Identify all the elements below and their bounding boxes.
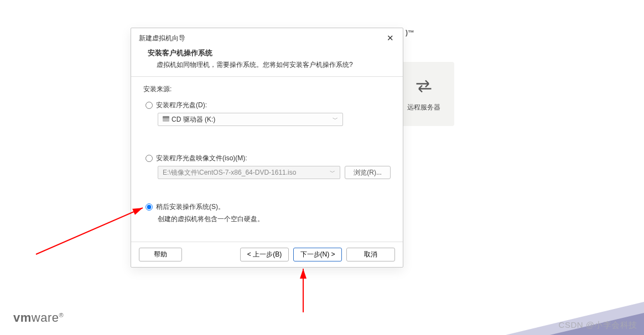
cancel-button[interactable]: 取消	[346, 248, 395, 261]
radio-iso-label: 安装程序光盘映像文件(iso)(M):	[156, 154, 247, 163]
option-later-desc: 创建的虚拟机将包含一个空白硬盘。	[143, 214, 391, 224]
disc-icon	[163, 116, 169, 122]
tm-mark: )™	[406, 29, 414, 36]
vmware-logo: vmware®	[13, 311, 64, 325]
chevron-down-icon: ﹀	[333, 116, 338, 123]
remote-server-label: 远程服务器	[407, 103, 440, 112]
radio-disc-label: 安装程序光盘(D):	[156, 101, 207, 110]
close-icon[interactable]: ✕	[385, 33, 396, 43]
dialog-header: 安装客户机操作系统 虚拟机如同物理机，需要操作系统。您将如何安装客户机操作系统?	[131, 46, 403, 77]
iso-path-value: E:\镜像文件\CentOS-7-x86_64-DVD-1611.iso	[163, 168, 296, 177]
dialog-body: 安装来源: 安装程序光盘(D): CD 驱动器 (K:) ﹀ 安装程序光盘映像文…	[131, 77, 403, 242]
option-later: 稍后安装操作系统(S)。 创建的虚拟机将包含一个空白硬盘。	[143, 202, 391, 224]
svg-line-0	[36, 208, 143, 254]
header-title: 安装客户机操作系统	[148, 49, 386, 58]
cd-drive-value: CD 驱动器 (K:)	[172, 116, 215, 123]
new-vm-wizard-dialog: 新建虚拟机向导 ✕ 安装客户机操作系统 虚拟机如同物理机，需要操作系统。您将如何…	[131, 28, 403, 268]
source-label: 安装来源:	[143, 85, 391, 94]
header-subtitle: 虚拟机如同物理机，需要操作系统。您将如何安装客户机操作系统?	[148, 60, 386, 70]
radio-iso[interactable]: 安装程序光盘映像文件(iso)(M):	[143, 154, 391, 163]
cd-drive-combo[interactable]: CD 驱动器 (K:) ﹀	[158, 113, 343, 126]
back-button[interactable]: < 上一步(B)	[240, 248, 289, 261]
iso-path-combo[interactable]: E:\镜像文件\CentOS-7-x86_64-DVD-1611.iso ﹀	[158, 166, 340, 179]
chevron-down-icon: ﹀	[330, 169, 335, 176]
help-button[interactable]: 帮助	[139, 248, 182, 261]
radio-later-label: 稍后安装操作系统(S)。	[156, 202, 225, 212]
dialog-titlebar: 新建虚拟机向导 ✕	[131, 28, 403, 46]
option-disc: 安装程序光盘(D): CD 驱动器 (K:) ﹀	[143, 101, 391, 126]
radio-disc[interactable]: 安装程序光盘(D):	[143, 101, 391, 110]
csdn-watermark: CSDN @小李会科技	[559, 320, 637, 331]
browse-button[interactable]: 浏览(R)...	[345, 166, 391, 179]
option-iso: 安装程序光盘映像文件(iso)(M): E:\镜像文件\CentOS-7-x86…	[143, 154, 391, 179]
radio-later[interactable]: 稍后安装操作系统(S)。	[143, 202, 391, 212]
transfer-icon	[414, 76, 434, 96]
annotation-arrow-2	[293, 265, 315, 315]
next-button[interactable]: 下一步(N) >	[293, 248, 342, 261]
dialog-title: 新建虚拟机向导	[139, 34, 185, 43]
dialog-footer: 帮助 < 上一步(B) 下一步(N) > 取消	[131, 242, 403, 267]
